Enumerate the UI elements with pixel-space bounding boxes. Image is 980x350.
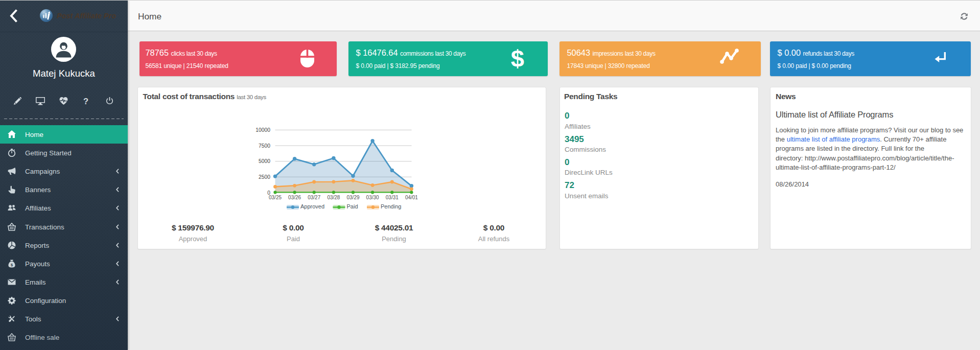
svg-text:Approved: Approved <box>300 203 324 209</box>
svg-text:03/31: 03/31 <box>386 195 399 200</box>
svg-text:03/29: 03/29 <box>346 195 359 200</box>
svg-text:03/30: 03/30 <box>366 195 379 200</box>
svg-text:03/25: 03/25 <box>269 195 282 200</box>
svg-text:7500: 7500 <box>259 143 270 149</box>
svg-text:10000: 10000 <box>255 127 270 133</box>
svg-text:03/26: 03/26 <box>288 195 301 200</box>
svg-text:03/28: 03/28 <box>327 195 340 200</box>
svg-text:2500: 2500 <box>259 174 270 180</box>
svg-text:Paid: Paid <box>347 203 358 209</box>
svg-text:04/01: 04/01 <box>405 195 418 200</box>
svg-text:5000: 5000 <box>259 158 270 164</box>
svg-text:Pending: Pending <box>381 203 401 209</box>
svg-text:03/27: 03/27 <box>308 195 320 200</box>
